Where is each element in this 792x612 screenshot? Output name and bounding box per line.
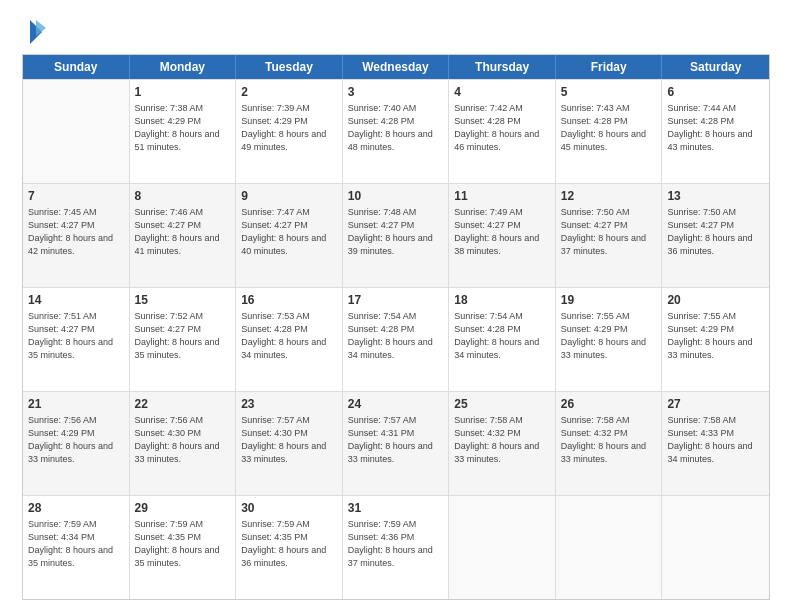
cal-cell-30: 30 Sunrise: 7:59 AMSunset: 4:35 PMDaylig… [236,496,343,599]
day-number: 5 [561,84,657,100]
header-day-saturday: Saturday [662,55,769,79]
cal-cell-7: 7 Sunrise: 7:45 AMSunset: 4:27 PMDayligh… [23,184,130,287]
day-number: 16 [241,292,337,308]
sunrise-info: Sunrise: 7:45 AMSunset: 4:27 PMDaylight:… [28,207,113,255]
day-number: 14 [28,292,124,308]
cal-cell-8: 8 Sunrise: 7:46 AMSunset: 4:27 PMDayligh… [130,184,237,287]
day-number: 30 [241,500,337,516]
page: SundayMondayTuesdayWednesdayThursdayFrid… [0,0,792,612]
day-number: 22 [135,396,231,412]
cal-cell-24: 24 Sunrise: 7:57 AMSunset: 4:31 PMDaylig… [343,392,450,495]
day-number: 15 [135,292,231,308]
sunrise-info: Sunrise: 7:53 AMSunset: 4:28 PMDaylight:… [241,311,326,359]
logo [22,18,46,46]
calendar-row-1: 1 Sunrise: 7:38 AMSunset: 4:29 PMDayligh… [23,79,769,183]
sunrise-info: Sunrise: 7:58 AMSunset: 4:33 PMDaylight:… [667,415,752,463]
day-number: 25 [454,396,550,412]
sunrise-info: Sunrise: 7:56 AMSunset: 4:30 PMDaylight:… [135,415,220,463]
cal-cell-empty-4-5 [556,496,663,599]
cal-cell-empty-4-4 [449,496,556,599]
sunrise-info: Sunrise: 7:59 AMSunset: 4:34 PMDaylight:… [28,519,113,567]
day-number: 27 [667,396,764,412]
header-day-sunday: Sunday [23,55,130,79]
sunrise-info: Sunrise: 7:39 AMSunset: 4:29 PMDaylight:… [241,103,326,151]
cal-cell-2: 2 Sunrise: 7:39 AMSunset: 4:29 PMDayligh… [236,80,343,183]
day-number: 3 [348,84,444,100]
day-number: 13 [667,188,764,204]
cal-cell-17: 17 Sunrise: 7:54 AMSunset: 4:28 PMDaylig… [343,288,450,391]
sunrise-info: Sunrise: 7:59 AMSunset: 4:36 PMDaylight:… [348,519,433,567]
day-number: 4 [454,84,550,100]
cal-cell-1: 1 Sunrise: 7:38 AMSunset: 4:29 PMDayligh… [130,80,237,183]
cal-cell-4: 4 Sunrise: 7:42 AMSunset: 4:28 PMDayligh… [449,80,556,183]
cal-cell-16: 16 Sunrise: 7:53 AMSunset: 4:28 PMDaylig… [236,288,343,391]
day-number: 11 [454,188,550,204]
sunrise-info: Sunrise: 7:57 AMSunset: 4:30 PMDaylight:… [241,415,326,463]
calendar: SundayMondayTuesdayWednesdayThursdayFrid… [22,54,770,600]
sunrise-info: Sunrise: 7:55 AMSunset: 4:29 PMDaylight:… [561,311,646,359]
calendar-header: SundayMondayTuesdayWednesdayThursdayFrid… [23,55,769,79]
cal-cell-22: 22 Sunrise: 7:56 AMSunset: 4:30 PMDaylig… [130,392,237,495]
cal-cell-14: 14 Sunrise: 7:51 AMSunset: 4:27 PMDaylig… [23,288,130,391]
cal-cell-12: 12 Sunrise: 7:50 AMSunset: 4:27 PMDaylig… [556,184,663,287]
cal-cell-11: 11 Sunrise: 7:49 AMSunset: 4:27 PMDaylig… [449,184,556,287]
sunrise-info: Sunrise: 7:54 AMSunset: 4:28 PMDaylight:… [454,311,539,359]
sunrise-info: Sunrise: 7:44 AMSunset: 4:28 PMDaylight:… [667,103,752,151]
cal-cell-6: 6 Sunrise: 7:44 AMSunset: 4:28 PMDayligh… [662,80,769,183]
day-number: 18 [454,292,550,308]
cal-cell-13: 13 Sunrise: 7:50 AMSunset: 4:27 PMDaylig… [662,184,769,287]
cal-cell-empty-0-0 [23,80,130,183]
header-day-wednesday: Wednesday [343,55,450,79]
calendar-body: 1 Sunrise: 7:38 AMSunset: 4:29 PMDayligh… [23,79,769,599]
cal-cell-27: 27 Sunrise: 7:58 AMSunset: 4:33 PMDaylig… [662,392,769,495]
header-day-tuesday: Tuesday [236,55,343,79]
cal-cell-15: 15 Sunrise: 7:52 AMSunset: 4:27 PMDaylig… [130,288,237,391]
day-number: 10 [348,188,444,204]
cal-cell-18: 18 Sunrise: 7:54 AMSunset: 4:28 PMDaylig… [449,288,556,391]
cal-cell-21: 21 Sunrise: 7:56 AMSunset: 4:29 PMDaylig… [23,392,130,495]
sunrise-info: Sunrise: 7:51 AMSunset: 4:27 PMDaylight:… [28,311,113,359]
sunrise-info: Sunrise: 7:58 AMSunset: 4:32 PMDaylight:… [561,415,646,463]
cal-cell-empty-4-6 [662,496,769,599]
cal-cell-23: 23 Sunrise: 7:57 AMSunset: 4:30 PMDaylig… [236,392,343,495]
sunrise-info: Sunrise: 7:40 AMSunset: 4:28 PMDaylight:… [348,103,433,151]
day-number: 8 [135,188,231,204]
day-number: 17 [348,292,444,308]
day-number: 7 [28,188,124,204]
sunrise-info: Sunrise: 7:58 AMSunset: 4:32 PMDaylight:… [454,415,539,463]
svg-marker-1 [36,20,46,36]
day-number: 21 [28,396,124,412]
cal-cell-20: 20 Sunrise: 7:55 AMSunset: 4:29 PMDaylig… [662,288,769,391]
cal-cell-19: 19 Sunrise: 7:55 AMSunset: 4:29 PMDaylig… [556,288,663,391]
sunrise-info: Sunrise: 7:55 AMSunset: 4:29 PMDaylight:… [667,311,752,359]
sunrise-info: Sunrise: 7:43 AMSunset: 4:28 PMDaylight:… [561,103,646,151]
day-number: 23 [241,396,337,412]
day-number: 29 [135,500,231,516]
calendar-row-5: 28 Sunrise: 7:59 AMSunset: 4:34 PMDaylig… [23,495,769,599]
sunrise-info: Sunrise: 7:54 AMSunset: 4:28 PMDaylight:… [348,311,433,359]
logo-icon [26,18,46,46]
calendar-row-2: 7 Sunrise: 7:45 AMSunset: 4:27 PMDayligh… [23,183,769,287]
cal-cell-9: 9 Sunrise: 7:47 AMSunset: 4:27 PMDayligh… [236,184,343,287]
sunrise-info: Sunrise: 7:49 AMSunset: 4:27 PMDaylight:… [454,207,539,255]
day-number: 1 [135,84,231,100]
calendar-row-3: 14 Sunrise: 7:51 AMSunset: 4:27 PMDaylig… [23,287,769,391]
sunrise-info: Sunrise: 7:50 AMSunset: 4:27 PMDaylight:… [561,207,646,255]
day-number: 6 [667,84,764,100]
sunrise-info: Sunrise: 7:56 AMSunset: 4:29 PMDaylight:… [28,415,113,463]
day-number: 28 [28,500,124,516]
day-number: 26 [561,396,657,412]
day-number: 2 [241,84,337,100]
cal-cell-26: 26 Sunrise: 7:58 AMSunset: 4:32 PMDaylig… [556,392,663,495]
header [22,18,770,46]
cal-cell-28: 28 Sunrise: 7:59 AMSunset: 4:34 PMDaylig… [23,496,130,599]
sunrise-info: Sunrise: 7:38 AMSunset: 4:29 PMDaylight:… [135,103,220,151]
cal-cell-25: 25 Sunrise: 7:58 AMSunset: 4:32 PMDaylig… [449,392,556,495]
cal-cell-29: 29 Sunrise: 7:59 AMSunset: 4:35 PMDaylig… [130,496,237,599]
day-number: 9 [241,188,337,204]
day-number: 20 [667,292,764,308]
cal-cell-31: 31 Sunrise: 7:59 AMSunset: 4:36 PMDaylig… [343,496,450,599]
sunrise-info: Sunrise: 7:52 AMSunset: 4:27 PMDaylight:… [135,311,220,359]
sunrise-info: Sunrise: 7:48 AMSunset: 4:27 PMDaylight:… [348,207,433,255]
calendar-row-4: 21 Sunrise: 7:56 AMSunset: 4:29 PMDaylig… [23,391,769,495]
